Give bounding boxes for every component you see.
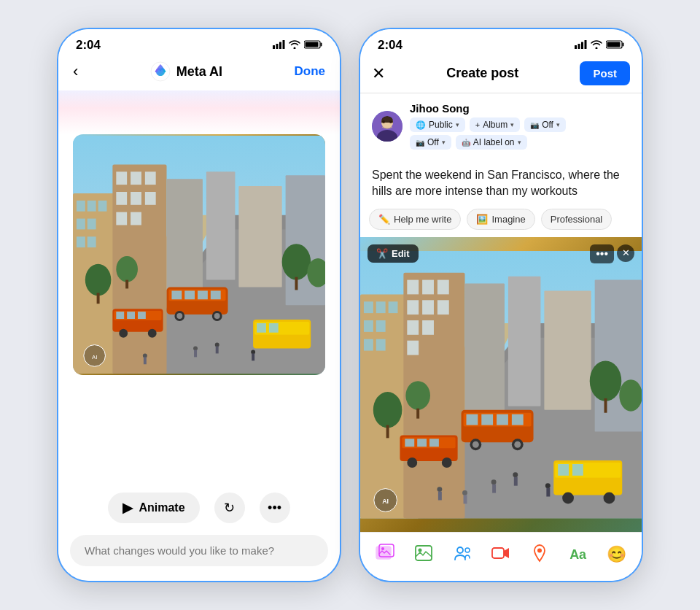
svg-point-33 (85, 264, 112, 296)
svg-rect-110 (386, 425, 389, 438)
reel-chevron-icon: ▾ (442, 139, 446, 146)
album-chevron-icon: ▾ (510, 121, 514, 128)
svg-rect-18 (77, 236, 85, 247)
imagine-button[interactable]: 🖼️ Imagine (467, 209, 534, 230)
signal-icon-1 (273, 40, 285, 50)
wifi-icon-2 (591, 39, 602, 52)
svg-point-137 (562, 492, 574, 503)
meta-ai-title-wrap: Meta AI (150, 61, 222, 82)
svg-text:AI: AI (92, 354, 97, 360)
back-button[interactable]: ‹ (73, 62, 78, 81)
image-close-button[interactable]: ✕ (617, 244, 634, 262)
avatar-image (372, 111, 402, 142)
svg-rect-96 (407, 279, 419, 294)
help-me-write-button[interactable]: ✏️ Help me write (369, 209, 461, 230)
more-button[interactable]: ••• (260, 493, 290, 523)
svg-rect-114 (604, 398, 607, 413)
edit-label: Edit (392, 248, 410, 259)
meta-ai-header: ‹ (58, 55, 340, 90)
done-button[interactable]: Done (294, 64, 325, 79)
emoji-button[interactable]: 😊 (602, 540, 631, 569)
svg-rect-73 (581, 42, 583, 50)
svg-rect-45 (211, 290, 221, 299)
plus-icon: + (475, 120, 480, 129)
post-text[interactable]: Spent the weekend in San Francisco, wher… (360, 161, 642, 209)
post-button[interactable]: Post (580, 61, 630, 85)
status-time-1: 2:04 (76, 38, 101, 53)
user-row: Jihoo Song 🌐 Public ▾ + Album (372, 102, 630, 150)
image-button[interactable] (409, 540, 438, 569)
more-icon: ••• (268, 501, 281, 516)
reel-off-badge[interactable]: 📷 Off ▾ (410, 135, 451, 150)
svg-rect-44 (198, 290, 208, 299)
image-more-button[interactable]: ••• (590, 244, 614, 263)
video-button[interactable] (486, 540, 516, 569)
svg-rect-158 (492, 548, 504, 558)
ai-label-badge[interactable]: 🤖 AI label on ▾ (456, 135, 527, 150)
svg-point-115 (619, 379, 642, 412)
svg-rect-71 (575, 45, 577, 49)
reel-icon: 📷 (416, 139, 424, 147)
changes-input[interactable] (70, 535, 328, 566)
svg-point-56 (148, 329, 157, 338)
svg-rect-64 (216, 347, 219, 354)
photo-gallery-button[interactable] (370, 540, 400, 569)
privacy-badges-2: 📷 Off ▾ 🤖 AI label on ▾ (410, 135, 566, 150)
phone-meta-ai: 2:04 ‹ (57, 28, 341, 582)
scissors-icon: ✂️ (376, 248, 388, 259)
svg-rect-103 (422, 320, 434, 335)
album-badge[interactable]: + Album ▾ (470, 117, 520, 132)
svg-rect-93 (364, 339, 373, 351)
svg-point-153 (381, 547, 384, 550)
public-badge[interactable]: 🌐 Public ▾ (410, 117, 465, 132)
svg-rect-118 (466, 414, 478, 425)
svg-rect-1 (276, 44, 279, 49)
edit-badge[interactable]: ✂️ Edit (368, 244, 419, 263)
bottom-actions: ▶ Animate ↻ ••• (58, 475, 340, 535)
svg-rect-31 (238, 186, 281, 287)
svg-rect-5 (321, 43, 322, 47)
camera-icon: 📷 (530, 121, 539, 129)
svg-rect-43 (184, 290, 195, 299)
svg-rect-100 (422, 300, 434, 314)
svg-point-156 (457, 547, 463, 553)
signal-icon-2 (575, 39, 587, 52)
create-post-header: ✕ Create post Post (360, 55, 642, 93)
svg-point-155 (419, 549, 422, 552)
meta-ai-title: Meta AI (176, 64, 222, 80)
gradient-area (58, 90, 340, 134)
battery-icon-1 (304, 39, 322, 52)
svg-rect-146 (438, 491, 442, 500)
svg-rect-38 (295, 277, 298, 290)
svg-rect-154 (416, 546, 432, 560)
svg-rect-76 (623, 43, 624, 47)
svg-rect-14 (88, 201, 96, 212)
off-label-2: Off (427, 137, 439, 147)
tag-people-button[interactable] (448, 540, 477, 569)
wifi-icon-1 (289, 40, 300, 50)
close-button[interactable]: ✕ (372, 64, 385, 83)
location-button[interactable] (525, 540, 554, 569)
status-bar-2: 2:04 (360, 29, 642, 55)
svg-rect-28 (131, 212, 141, 225)
spacer-1 (58, 375, 340, 475)
refresh-button[interactable]: ↻ (214, 493, 245, 523)
status-bar-1: 2:04 (58, 29, 340, 55)
animate-button[interactable]: ▶ Animate (108, 493, 199, 523)
svg-point-145 (437, 487, 442, 492)
svg-rect-0 (273, 45, 275, 49)
professional-button[interactable]: Professional (541, 209, 612, 230)
album-label: Album (483, 120, 508, 130)
professional-label: Professional (551, 214, 603, 225)
text-button[interactable]: Aa (564, 540, 593, 569)
svg-point-131 (407, 458, 417, 468)
photo-gallery-icon (376, 543, 394, 566)
svg-rect-91 (364, 320, 373, 332)
svg-rect-54 (138, 312, 146, 319)
video-icon (491, 544, 510, 565)
reels-off-badge[interactable]: 📷 Off ▾ (524, 117, 566, 132)
status-icons-1 (273, 39, 322, 52)
svg-rect-25 (131, 192, 141, 205)
imagine-icon: 🖼️ (476, 214, 488, 225)
svg-point-159 (537, 549, 542, 553)
